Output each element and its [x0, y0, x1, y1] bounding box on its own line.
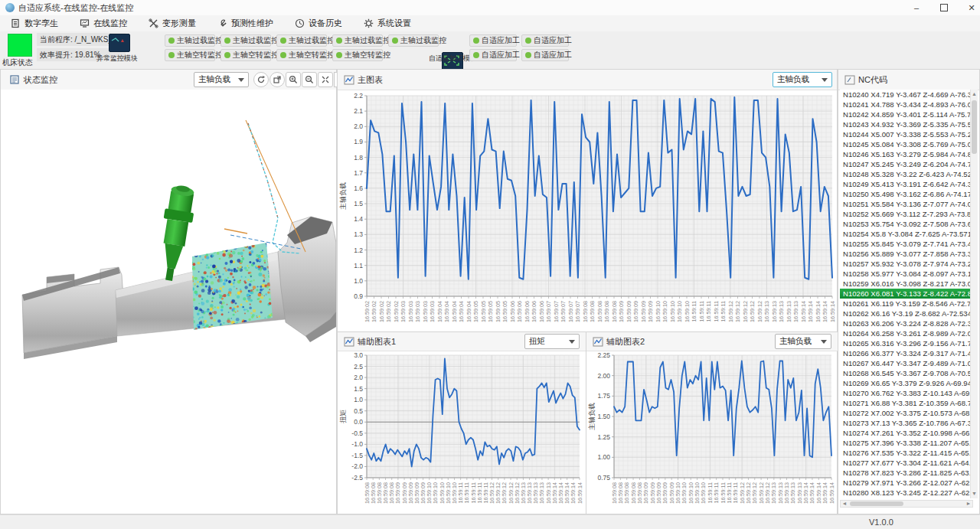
nc-line[interactable]: N10276 X7.535 Y-3.322 Z-11.415 A-65.22: [840, 448, 973, 458]
button-label: 主轴空转监控: [233, 50, 279, 60]
nc-line-selected[interactable]: N10260 X6.081 Y-3.133 Z-8.422 A-72.835: [840, 289, 973, 299]
nc-line[interactable]: N10246 X5.163 Y-3.279 Z-5.984 A-74.892: [840, 149, 973, 159]
x-tick-label: 16:59:06: [538, 301, 545, 322]
x-tick-label: 16:59:07: [567, 301, 574, 322]
nc-line[interactable]: N10267 X6.447 Y-3.347 Z-9.489 A-71.055: [840, 358, 973, 368]
aux2-signal-dropdown[interactable]: 主轴负载: [775, 334, 831, 349]
nc-line[interactable]: N10278 X7.823 Y-3.286 Z-11.825 A-63.73: [840, 468, 973, 478]
nc-line[interactable]: N10266 X6.377 Y-3.324 Z-9.317 A-71.443: [840, 348, 973, 358]
overload-monitor-button-5[interactable]: 主轴过载监控: [388, 34, 439, 47]
menu-item-system-settings[interactable]: 系统设置: [353, 15, 422, 31]
status-dot-icon: [525, 38, 531, 44]
nc-line[interactable]: N10275 X7.396 Y-3.338 Z-11.207 A-65.95: [840, 438, 973, 448]
anomaly-module-icon[interactable]: [109, 34, 130, 52]
reset-view-button[interactable]: [270, 72, 285, 87]
nc-line[interactable]: N10258 X5.977 Y-3.084 Z-8.097 A-73.138: [840, 269, 973, 279]
nc-line[interactable]: N10262 X6.16 Y-3.19 Z-8.682 A-72.534 C: [840, 309, 973, 318]
nc-line[interactable]: N10247 X5.245 Y-3.249 Z-6.204 A-74.701: [840, 159, 973, 169]
nc-line[interactable]: N10273 X7.13 Y-3.365 Z-10.786 A-67.372: [840, 418, 973, 428]
nc-line[interactable]: N10265 X6.316 Y-3.296 Z-9.156 A-71.771: [840, 338, 973, 348]
close-button[interactable]: ✕: [959, 0, 980, 15]
x-tick-label: 16:59:06: [516, 301, 523, 322]
adaptive-machining-button-2[interactable]: 自适应加工: [521, 34, 569, 47]
nc-horizontal-scrollbar[interactable]: ◄ ►: [840, 500, 973, 508]
aux1-signal-dropdown[interactable]: 扭矩: [524, 334, 580, 349]
nc-line[interactable]: N10241 X4.788 Y-3.434 Z-4.893 A-76.062: [840, 100, 973, 109]
nc-vertical-scrollbar[interactable]: ▲ ▼: [970, 90, 978, 498]
scroll-thumb[interactable]: [850, 501, 903, 506]
nc-line[interactable]: N10277 X7.677 Y-3.304 Z-11.621 A-64.48: [840, 458, 973, 468]
nc-line[interactable]: N10243 X4.932 Y-3.369 Z-5.335 A-75.523: [840, 119, 973, 129]
overload-monitor-button-3[interactable]: 主轴过载监控: [276, 34, 327, 47]
nc-line[interactable]: N10248 X5.328 Y-3.22 Z-6.423 A-74.52 C: [840, 169, 973, 179]
nc-line[interactable]: N10251 X5.584 Y-3.136 Z-7.077 A-74.012: [840, 199, 973, 209]
status-dot-icon: [473, 52, 479, 58]
zoom-out-button[interactable]: [302, 72, 317, 87]
nc-line[interactable]: N10272 X7.002 Y-3.375 Z-10.573 A-68.05: [840, 408, 973, 418]
nc-line[interactable]: N10254 X5.8 Y-3.084 Z-7.625 A-73.571 C: [840, 229, 973, 239]
menu-label: 系统设置: [377, 18, 411, 29]
refresh-view-button[interactable]: [253, 72, 269, 87]
adaptive-machining-button-3[interactable]: 自适应加工: [469, 49, 517, 61]
nc-line[interactable]: N10249 X5.413 Y-3.191 Z-6.642 A-74.346: [840, 179, 973, 189]
scroll-left-icon[interactable]: ◄: [841, 501, 848, 507]
nc-line[interactable]: N10255 X5.845 Y-3.079 Z-7.741 A-73.458: [840, 239, 973, 249]
nc-line[interactable]: N10245 X5.084 Y-3.308 Z-5.769 A-75.088: [840, 139, 973, 149]
nc-code-list[interactable]: N10240 X4.719 Y-3.467 Z-4.669 A-76.396N1…: [840, 90, 973, 498]
x-tick-label: 16:59:09: [618, 301, 625, 322]
nc-line[interactable]: N10269 X6.65 Y-3.379 Z-9.926 A-69.947 C: [840, 378, 973, 388]
chevron-down-icon: [569, 340, 575, 344]
adaptive-machining-button-1[interactable]: 自适应加工: [469, 34, 517, 47]
nc-line[interactable]: N10264 X6.258 Y-3.261 Z-8.989 A-72.072: [840, 328, 973, 338]
scroll-up-icon[interactable]: ▲: [971, 90, 978, 99]
nc-line[interactable]: N10279 X7.971 Y-3.266 Z-12.027 A-62.98: [840, 478, 973, 488]
idle-monitor-button-2[interactable]: 主轴空转监控: [220, 49, 271, 61]
overload-monitor-button-4[interactable]: 主轴过载监控: [332, 34, 383, 47]
zoom-in-button[interactable]: [286, 72, 301, 87]
idle-monitor-button-3[interactable]: 主轴空转监控: [276, 49, 327, 61]
x-tick-label: 16:59:10: [676, 301, 683, 322]
y-tick-label: 1.8: [354, 154, 363, 162]
aux2-header: 辅助图表2 主轴负载: [586, 332, 838, 351]
main-chart-signal-dropdown[interactable]: 主轴负载: [773, 72, 832, 87]
scroll-right-icon[interactable]: ►: [965, 501, 972, 507]
view-signal-dropdown[interactable]: 主轴负载: [194, 72, 249, 87]
menu-item-device-history[interactable]: 设备历史: [284, 15, 353, 31]
menu-item-online-monitor[interactable]: 在线监控: [69, 15, 138, 31]
nc-line[interactable]: N10268 X6.545 Y-3.367 Z-9.708 A-70.519: [840, 368, 973, 378]
menu-item-digital-twin[interactable]: 数字孪生: [0, 15, 69, 31]
nc-line[interactable]: N10253 X5.754 Y-3.092 Z-7.508 A-73.677: [840, 219, 973, 229]
idle-monitor-button-4[interactable]: 主轴空转监控: [332, 49, 383, 61]
nc-line[interactable]: N10280 X8.123 Y-3.245 Z-12.227 A-62.23: [840, 488, 973, 498]
overload-monitor-button-1[interactable]: 主轴过载监控: [165, 34, 215, 47]
overload-monitor-button-2[interactable]: 主轴过载监控: [220, 34, 271, 47]
main-chart[interactable]: 16:59:0216:59:0216:59:0216:59:0216:59:02…: [338, 90, 838, 331]
nc-line[interactable]: N10242 X4.859 Y-3.401 Z-5.114 A-75.775: [840, 109, 973, 119]
button-label: 自适应加工: [482, 35, 520, 46]
nc-line[interactable]: N10274 X7.261 Y-3.352 Z-10.998 A-66.67: [840, 428, 973, 438]
minimize-button[interactable]: –: [903, 0, 929, 15]
nc-line[interactable]: N10252 X5.669 Y-3.112 Z-7.293 A-73.844: [840, 209, 973, 219]
fit-view-button[interactable]: [318, 72, 333, 87]
menu-item-predictive-maintenance[interactable]: 预测性维护: [207, 15, 284, 31]
y-tick-label: 0.5: [354, 407, 363, 415]
adaptive-machining-button-4[interactable]: 自适应加工: [521, 49, 569, 61]
machine-3d-view[interactable]: [1, 90, 336, 514]
nc-line[interactable]: N10263 X6.206 Y-3.224 Z-8.828 A-72.33 C: [840, 318, 973, 328]
scroll-down-icon[interactable]: ▼: [971, 489, 978, 498]
nc-line[interactable]: N10244 X5.007 Y-3.338 Z-5.553 A-75.297: [840, 129, 973, 139]
nc-line[interactable]: N10250 X5.498 Y-3.162 Z-6.86 A-74.178 C: [840, 189, 973, 199]
nc-line[interactable]: N10270 X6.762 Y-3.383 Z-10.143 A-69.34: [840, 388, 973, 398]
aux1-chart[interactable]: 16:59:0816:59:0816:59:0816:59:0816:59:08…: [338, 351, 586, 514]
nc-line[interactable]: N10257 X5.932 Y-3.078 Z-7.974 A-73.243: [840, 259, 973, 269]
nc-line[interactable]: N10240 X4.719 Y-3.467 Z-4.669 A-76.396: [840, 90, 973, 100]
nc-line[interactable]: N10259 X6.016 Y-3.098 Z-8.217 A-73.036: [840, 279, 973, 289]
nc-line[interactable]: N10261 X6.119 Y-3.159 Z-8.546 A-72.701: [840, 299, 973, 309]
idle-monitor-button-1[interactable]: 主轴空转监控: [165, 49, 215, 61]
nc-line[interactable]: N10256 X5.889 Y-3.077 Z-7.858 A-73.348: [840, 249, 973, 259]
scroll-thumb[interactable]: [972, 100, 977, 154]
aux2-chart[interactable]: 16:59:0816:59:0816:59:0816:59:0816:59:08…: [586, 351, 838, 514]
menu-item-deformation[interactable]: 变形测量: [138, 15, 207, 31]
maximize-button[interactable]: [931, 0, 957, 15]
nc-line[interactable]: N10271 X6.88 Y-3.381 Z-10.359 A-68.711: [840, 398, 973, 408]
